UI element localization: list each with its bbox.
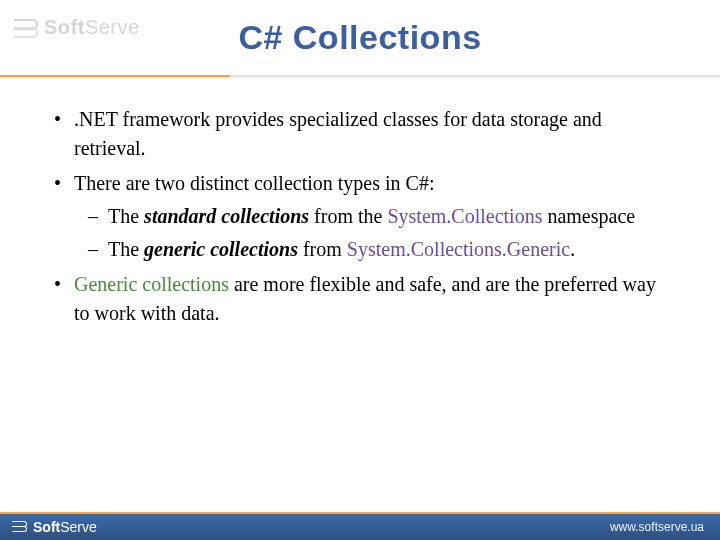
brand-mark-footer-icon [12,521,28,533]
footer-url: www.softserve.ua [610,520,704,534]
slide-header: SoftServe C# Collections [0,0,720,77]
brand-logo-footer: SoftServe [12,519,97,535]
brand-logo-top: SoftServe [14,16,140,39]
brand-mark-icon [14,19,38,37]
sub-bullet-item: The standard collections from the System… [74,202,672,231]
bullet-item: There are two distinct collection types … [40,169,672,264]
sub-bullet-item: The generic collections from System.Coll… [74,235,672,264]
slide-body: .NET framework provides specialized clas… [0,77,720,328]
brand-wordmark: SoftServe [44,16,140,39]
bullet-item: .NET framework provides specialized clas… [40,105,672,163]
bullet-item: Generic collections are more flexible an… [40,270,672,328]
slide-footer: SoftServe www.softserve.ua [0,512,720,540]
header-divider [0,75,720,77]
